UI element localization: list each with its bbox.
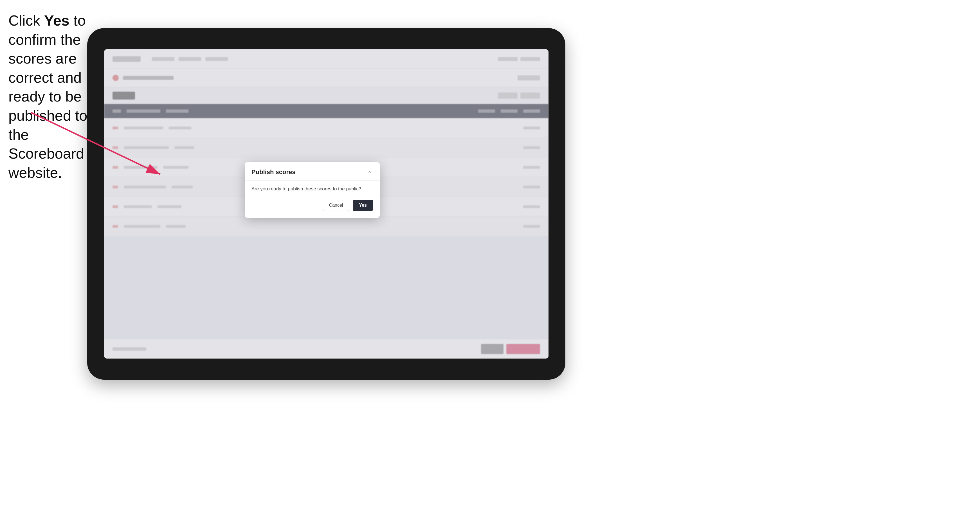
modal-actions: Cancel Yes xyxy=(251,200,373,211)
instruction-prefix: Click xyxy=(8,13,44,29)
modal-close-button[interactable]: × xyxy=(366,169,373,176)
yes-button[interactable]: Yes xyxy=(353,200,373,211)
instruction-text: Click Yes to confirm the scores are corr… xyxy=(8,11,90,182)
cancel-button[interactable]: Cancel xyxy=(323,200,350,211)
modal-body: Are you ready to publish these scores to… xyxy=(245,181,380,217)
modal-message: Are you ready to publish these scores to… xyxy=(251,186,373,192)
modal-header: Publish scores × xyxy=(245,162,380,181)
modal-overlay: Publish scores × Are you ready to publis… xyxy=(104,49,549,359)
modal-title: Publish scores xyxy=(251,168,296,176)
tablet-screen: Publish scores × Are you ready to publis… xyxy=(104,49,549,359)
instruction-suffix: to confirm the scores are correct and re… xyxy=(8,13,87,181)
publish-scores-modal: Publish scores × Are you ready to publis… xyxy=(245,162,380,217)
tablet-device: Publish scores × Are you ready to publis… xyxy=(87,28,565,379)
instruction-bold: Yes xyxy=(44,13,70,29)
